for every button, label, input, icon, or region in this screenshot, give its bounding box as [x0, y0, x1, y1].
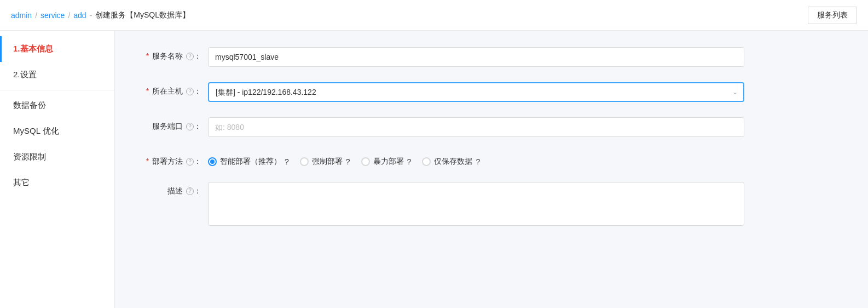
deploy-radio-group: 智能部署（推荐） ? 强制部署 ? 暴力部署 ? [208, 152, 744, 167]
radio-label-smart: 智能部署（推荐） [220, 157, 281, 167]
content-area: * 服务名称 ?： * 所在主机 ?： [集群] - ip122/192.168… [115, 31, 868, 308]
radio-circle-save-only [422, 157, 431, 166]
sidebar-item-basic-info[interactable]: 1.基本信息 [0, 36, 114, 62]
port-label: 服务端口 ?： [137, 117, 208, 132]
deploy-method-label: * 部署方法 ?： [137, 152, 208, 167]
breadcrumb-sep2: / [68, 11, 70, 20]
host-select-wrapper: [集群] - ip122/192.168.43.122 ⌄ [208, 82, 744, 102]
port-help-icon[interactable]: ? [186, 123, 194, 130]
sidebar-divider-1 [0, 90, 114, 90]
radio-brute[interactable]: 暴力部署 ? [361, 157, 412, 167]
form-row-description: 描述 ?： [137, 182, 846, 227]
radio-save-only[interactable]: 仅保存数据 ? [422, 157, 480, 167]
smart-help-icon[interactable]: ? [285, 157, 289, 166]
sidebar-item-other[interactable]: 其它 [0, 170, 114, 196]
breadcrumb-add[interactable]: add [73, 11, 86, 20]
form-row-service-name: * 服务名称 ?： [137, 47, 846, 67]
breadcrumb-sep1: / [35, 11, 37, 20]
force-help-icon[interactable]: ? [346, 157, 350, 166]
radio-label-force: 强制部署 [312, 157, 343, 167]
required-mark-host: * [146, 87, 149, 95]
form-row-port: 服务端口 ?： [137, 117, 846, 137]
breadcrumb-sep3: - [90, 11, 92, 20]
breadcrumb-service[interactable]: service [40, 11, 65, 20]
radio-circle-force [300, 157, 309, 166]
description-control [208, 182, 744, 227]
service-name-control [208, 47, 744, 67]
host-help-icon[interactable]: ? [186, 88, 194, 95]
form-row-deploy-method: * 部署方法 ?： 智能部署（推荐） ? 强制部署 ? [137, 152, 846, 167]
service-name-label: * 服务名称 ?： [137, 47, 208, 61]
radio-circle-brute [361, 157, 370, 166]
radio-force[interactable]: 强制部署 ? [300, 157, 350, 167]
service-name-input[interactable] [208, 47, 744, 67]
radio-smart[interactable]: 智能部署（推荐） ? [208, 157, 289, 167]
sidebar-item-mysql-optimize[interactable]: MySQL 优化 [0, 118, 114, 144]
host-select[interactable]: [集群] - ip122/192.168.43.122 [208, 82, 744, 102]
deploy-method-control: 智能部署（推荐） ? 强制部署 ? 暴力部署 ? [208, 152, 744, 167]
form-row-host: * 所在主机 ?： [集群] - ip122/192.168.43.122 ⌄ [137, 82, 846, 102]
radio-label-brute: 暴力部署 [373, 157, 404, 167]
host-label: * 所在主机 ?： [137, 82, 208, 96]
service-list-button[interactable]: 服务列表 [808, 7, 857, 24]
description-textarea[interactable] [208, 182, 744, 226]
sidebar-item-settings[interactable]: 2.设置 [0, 62, 114, 88]
required-mark-deploy: * [146, 157, 149, 166]
port-control [208, 117, 744, 137]
brute-help-icon[interactable]: ? [407, 157, 412, 166]
breadcrumb: admin / service / add - 创建服务【MySQL数据库】 [11, 10, 190, 20]
sidebar-item-data-backup[interactable]: 数据备份 [0, 93, 114, 118]
sidebar: 1.基本信息 2.设置 数据备份 MySQL 优化 资源限制 其它 [0, 31, 115, 308]
top-bar: admin / service / add - 创建服务【MySQL数据库】 服… [0, 0, 868, 31]
required-mark: * [146, 52, 149, 60]
host-control: [集群] - ip122/192.168.43.122 ⌄ [208, 82, 744, 102]
port-input[interactable] [208, 117, 744, 137]
save-only-help-icon[interactable]: ? [476, 157, 480, 166]
sidebar-item-resource-limit[interactable]: 资源限制 [0, 144, 114, 170]
description-help-icon[interactable]: ? [186, 187, 194, 195]
main-layout: 1.基本信息 2.设置 数据备份 MySQL 优化 资源限制 其它 * 服务名称… [0, 31, 868, 308]
page-title: 创建服务【MySQL数据库】 [95, 10, 190, 20]
service-name-help-icon[interactable]: ? [186, 53, 194, 60]
description-label: 描述 ?： [137, 182, 208, 196]
breadcrumb-admin[interactable]: admin [11, 11, 32, 20]
radio-label-save-only: 仅保存数据 [434, 157, 472, 167]
radio-circle-smart [208, 157, 217, 166]
deploy-help-icon[interactable]: ? [186, 158, 194, 166]
